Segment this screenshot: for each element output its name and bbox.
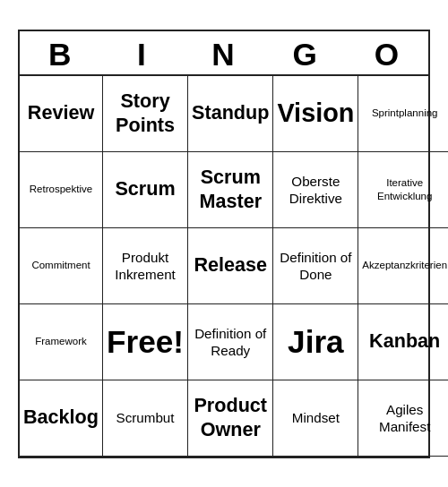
cell-text: Iterative Entwicklung [362, 176, 447, 202]
cell-text: Sprintplanning [372, 107, 438, 119]
bingo-cell: Vision [273, 76, 358, 152]
bingo-cell: Standup [188, 76, 273, 152]
cell-text: Definition of Ready [192, 325, 269, 359]
bingo-cell: Sprintplanning [358, 76, 448, 152]
bingo-cell: Story Points [103, 76, 188, 152]
cell-text: Definition of Done [277, 249, 354, 283]
cell-text: Akzeptanzkriterien [362, 259, 447, 271]
bingo-cell: Backlog [20, 380, 103, 457]
bingo-cell: Scrum Master [188, 152, 273, 228]
cell-text: Produkt Inkrement [107, 249, 184, 283]
cell-text: Mindset [292, 409, 340, 426]
cell-text: Jira [288, 322, 344, 362]
cell-text: Free! [107, 322, 184, 362]
header-letter: O [347, 37, 428, 73]
cell-text: Review [28, 101, 94, 125]
bingo-grid: ReviewStory PointsStandupVisionSprintpla… [20, 76, 428, 457]
cell-text: Agiles Manifest [362, 401, 447, 435]
bingo-cell: Mindset [273, 380, 358, 457]
bingo-cell: Review [20, 76, 103, 152]
header-letter: I [101, 37, 183, 73]
cell-text: Scrumbut [116, 409, 175, 426]
bingo-cell: Framework [20, 304, 103, 380]
bingo-cell: Scrumbut [103, 380, 188, 457]
bingo-cell: Product Owner [188, 380, 273, 457]
bingo-cell: Definition of Ready [188, 304, 273, 380]
cell-text: Product Owner [192, 394, 269, 442]
bingo-cell: Definition of Done [273, 228, 358, 304]
cell-text: Standup [192, 101, 269, 125]
bingo-cell: Oberste Direktive [273, 152, 358, 228]
bingo-cell: Retrospektive [20, 152, 103, 228]
cell-text: Vision [277, 98, 354, 130]
bingo-cell: Akzeptanzkriterien [358, 228, 448, 304]
bingo-cell: Produkt Inkrement [103, 228, 188, 304]
cell-text: Oberste Direktive [277, 173, 354, 207]
cell-text: Backlog [23, 406, 99, 430]
bingo-cell: Free! [103, 304, 188, 380]
cell-text: Release [194, 253, 267, 278]
cell-text: Story Points [107, 90, 184, 138]
bingo-cell: Jira [273, 304, 358, 380]
bingo-cell: Agiles Manifest [358, 380, 448, 457]
cell-text: Kanban [369, 329, 440, 354]
cell-text: Retrospektive [30, 183, 92, 195]
cell-text: Scrum [115, 177, 175, 201]
bingo-cell: Iterative Entwicklung [358, 152, 448, 228]
bingo-cell: Kanban [358, 304, 448, 380]
cell-text: Scrum Master [192, 166, 269, 214]
bingo-cell: Commitment [20, 228, 103, 304]
bingo-cell: Scrum [103, 152, 188, 228]
bingo-card: BINGO ReviewStory PointsStandupVisionSpr… [18, 30, 430, 458]
cell-text: Framework [35, 335, 87, 347]
header-letter: B [20, 37, 101, 73]
header-letter: G [265, 37, 347, 73]
bingo-header: BINGO [20, 31, 428, 76]
bingo-cell: Release [188, 228, 273, 304]
cell-text: Commitment [31, 259, 90, 271]
header-letter: N [183, 37, 264, 73]
